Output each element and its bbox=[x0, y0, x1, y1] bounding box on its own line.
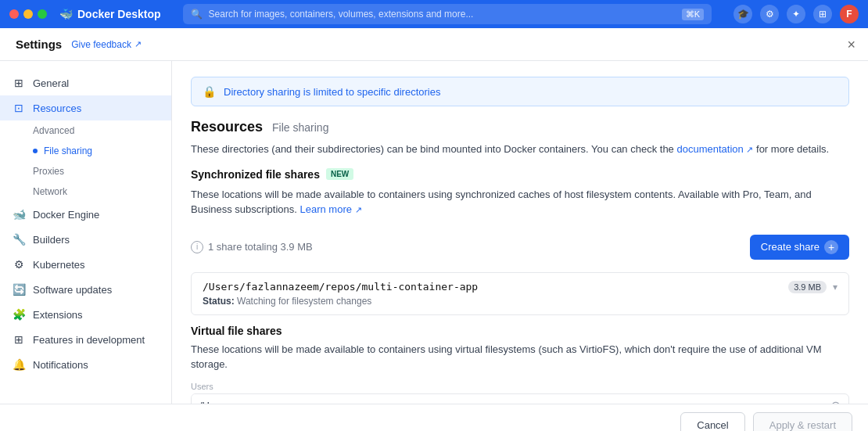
learn-more-link[interactable]: Learn more ↗ bbox=[299, 203, 361, 215]
user-avatar[interactable]: F bbox=[840, 5, 859, 23]
panel-subtitle: File sharing bbox=[272, 121, 328, 134]
info-banner: 🔒 Directory sharing is limited to specif… bbox=[191, 77, 849, 106]
share-meta: 3.9 MB ▾ bbox=[788, 281, 838, 293]
active-dot bbox=[33, 149, 38, 153]
sync-section-title: Synchronized file shares bbox=[191, 168, 320, 181]
close-button[interactable]: × bbox=[847, 36, 855, 52]
info-icon: i bbox=[191, 241, 203, 253]
shares-count: i 1 share totaling 3.9 MB bbox=[191, 241, 313, 253]
sidebar-item-general[interactable]: ⊞ General bbox=[0, 70, 171, 95]
chevron-down-icon[interactable]: ▾ bbox=[833, 282, 838, 293]
sidebar-sub-file-sharing[interactable]: File sharing bbox=[33, 141, 171, 161]
sidebar-item-extensions[interactable]: 🧩 Extensions bbox=[0, 302, 171, 327]
titlebar: 🐳 Docker Desktop 🔍 Search for images, co… bbox=[0, 0, 868, 28]
new-badge: NEW bbox=[326, 168, 353, 180]
external-link-icon: ↗ bbox=[135, 39, 142, 49]
users-label: Users bbox=[191, 382, 849, 391]
resources-panel: 🔒 Directory sharing is limited to specif… bbox=[172, 61, 868, 404]
traffic-lights bbox=[9, 9, 47, 19]
share-item-info: /Users/fazlannazeem/repos/multi-containe… bbox=[203, 281, 478, 307]
shares-bar: i 1 share totaling 3.9 MB Create share + bbox=[191, 228, 849, 266]
share-status: Status: Watching for filesystem changes bbox=[203, 296, 478, 307]
close-traffic-light[interactable] bbox=[9, 9, 19, 19]
sidebar-item-kubernetes[interactable]: ⚙ Kubernetes bbox=[0, 252, 171, 277]
users-input-group: Users ⊖ bbox=[191, 382, 849, 404]
panel-title: Resources bbox=[191, 119, 263, 135]
plus-icon: + bbox=[824, 240, 838, 254]
cancel-button[interactable]: Cancel bbox=[680, 412, 744, 431]
keyboard-hint: ⌘K bbox=[682, 9, 704, 20]
resources-icon: ⊡ bbox=[13, 102, 25, 114]
users-input[interactable] bbox=[192, 394, 823, 404]
sidebar-item-resources[interactable]: ⊡ Resources bbox=[0, 95, 171, 120]
sidebar-sub-advanced[interactable]: Advanced bbox=[33, 120, 171, 141]
sidebar-item-features-dev[interactable]: ⊞ Features in development bbox=[0, 327, 171, 352]
main-content: ⊞ General ⊡ Resources Advanced File shar… bbox=[0, 61, 868, 404]
global-search-bar[interactable]: 🔍 Search for images, containers, volumes… bbox=[183, 4, 712, 24]
settings-icon[interactable]: ⚙ bbox=[760, 5, 779, 23]
virtual-section-title: Virtual file shares bbox=[191, 325, 849, 337]
settings-header: Settings Give feedback ↗ × bbox=[0, 28, 868, 61]
remove-users-button[interactable]: ⊖ bbox=[823, 398, 848, 404]
app-logo: 🐳 Docker Desktop bbox=[59, 8, 161, 20]
share-item: /Users/fazlannazeem/repos/multi-containe… bbox=[191, 272, 849, 315]
sidebar-item-software-updates[interactable]: 🔄 Software updates bbox=[0, 277, 171, 302]
lock-icon: 🔒 bbox=[203, 85, 216, 98]
virtual-section-desc: These locations will be made available t… bbox=[191, 342, 849, 372]
footer-actions: Cancel Apply & restart bbox=[0, 404, 868, 431]
panel-heading: Resources File sharing bbox=[191, 119, 849, 135]
kubernetes-icon: ⚙ bbox=[13, 258, 25, 271]
sidebar-item-docker-engine[interactable]: 🐋 Docker Engine bbox=[0, 202, 171, 227]
create-share-button[interactable]: Create share + bbox=[750, 235, 849, 260]
search-icon: 🔍 bbox=[191, 9, 203, 20]
sidebar-item-notifications[interactable]: 🔔 Notifications bbox=[0, 352, 171, 377]
software-updates-icon: 🔄 bbox=[13, 283, 25, 296]
docker-engine-icon: 🐋 bbox=[13, 208, 25, 221]
settings-title: Settings bbox=[16, 38, 62, 51]
panel-description: These directories (and their subdirector… bbox=[191, 142, 849, 157]
resources-sub-menu: Advanced File sharing Proxies Network bbox=[0, 120, 171, 202]
general-icon: ⊞ bbox=[13, 77, 25, 89]
features-icon: ⊞ bbox=[13, 333, 25, 346]
share-path: /Users/fazlannazeem/repos/multi-containe… bbox=[203, 281, 478, 293]
sidebar: ⊞ General ⊡ Resources Advanced File shar… bbox=[0, 61, 172, 404]
sync-description: These locations will be made available t… bbox=[191, 187, 849, 217]
external-link-learn-icon: ↗ bbox=[355, 205, 362, 214]
extensions-sidebar-icon: 🧩 bbox=[13, 308, 25, 321]
grid-icon[interactable]: ⊞ bbox=[813, 5, 832, 23]
titlebar-actions: 🎓 ⚙ ✦ ⊞ F bbox=[733, 5, 859, 23]
docker-whale-icon: 🐳 bbox=[59, 8, 73, 20]
learn-icon[interactable]: 🎓 bbox=[733, 5, 752, 23]
sidebar-item-builders[interactable]: 🔧 Builders bbox=[0, 227, 171, 252]
sidebar-sub-proxies[interactable]: Proxies bbox=[33, 161, 171, 181]
notifications-icon: 🔔 bbox=[13, 358, 25, 371]
builders-icon: 🔧 bbox=[13, 233, 25, 246]
sidebar-sub-network[interactable]: Network bbox=[33, 181, 171, 202]
sync-section-header: Synchronized file shares NEW bbox=[191, 168, 849, 181]
doc-link[interactable]: documentation ↗ bbox=[676, 143, 753, 155]
extensions-icon[interactable]: ✦ bbox=[787, 5, 805, 23]
share-size-tag: 3.9 MB bbox=[788, 281, 827, 293]
virtual-section: Virtual file shares These locations will… bbox=[191, 325, 849, 404]
external-link-doc-icon: ↗ bbox=[746, 145, 753, 154]
maximize-traffic-light[interactable] bbox=[38, 9, 47, 19]
users-input-row: ⊖ bbox=[191, 393, 849, 404]
apply-restart-button[interactable]: Apply & restart bbox=[753, 412, 852, 431]
minimize-traffic-light[interactable] bbox=[23, 9, 33, 19]
feedback-link[interactable]: Give feedback ↗ bbox=[71, 39, 142, 50]
